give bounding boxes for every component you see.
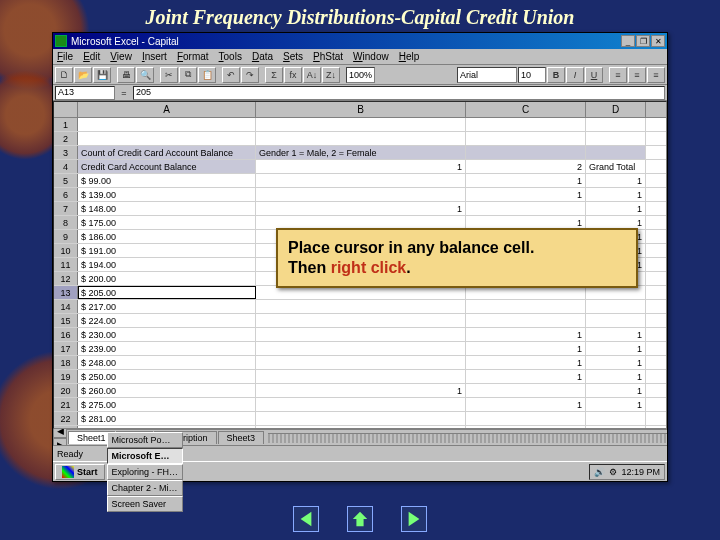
- cell[interactable]: 1: [256, 384, 466, 397]
- col-header-d[interactable]: D: [586, 102, 646, 117]
- cell[interactable]: [586, 132, 646, 145]
- row-header[interactable]: 17: [54, 342, 78, 355]
- new-button[interactable]: 🗋: [55, 67, 73, 83]
- bold-button[interactable]: B: [547, 67, 565, 83]
- row-header[interactable]: 9: [54, 230, 78, 243]
- cell[interactable]: 1: [586, 174, 646, 187]
- cell[interactable]: [256, 118, 466, 131]
- underline-button[interactable]: U: [585, 67, 603, 83]
- cell[interactable]: $ 275.00: [78, 398, 256, 411]
- cut-button[interactable]: ✂: [160, 67, 178, 83]
- cell[interactable]: $ 205.00: [78, 286, 256, 299]
- menu-window[interactable]: Window: [353, 51, 389, 62]
- cell[interactable]: [256, 314, 466, 327]
- cell[interactable]: Count of Credit Card Account Balance: [78, 146, 256, 159]
- row-3[interactable]: 3Count of Credit Card Account BalanceGen…: [54, 146, 666, 160]
- italic-button[interactable]: I: [566, 67, 584, 83]
- tray-icon[interactable]: ⚙: [609, 467, 617, 477]
- row-header[interactable]: 21: [54, 398, 78, 411]
- row-header[interactable]: 1: [54, 118, 78, 131]
- row-17[interactable]: 17$ 239.0011: [54, 342, 666, 356]
- cell[interactable]: 1: [466, 356, 586, 369]
- taskbar-item[interactable]: Chapter 2 - Mi…: [107, 480, 184, 496]
- row-header[interactable]: 10: [54, 244, 78, 257]
- cell[interactable]: 1: [466, 398, 586, 411]
- function-button[interactable]: fx: [284, 67, 302, 83]
- cell[interactable]: [466, 384, 586, 397]
- start-button[interactable]: Start: [55, 464, 105, 480]
- system-tray[interactable]: 🔊 ⚙ 12:19 PM: [589, 464, 665, 480]
- cell[interactable]: 1: [586, 328, 646, 341]
- row-header[interactable]: 16: [54, 328, 78, 341]
- cell[interactable]: [78, 118, 256, 131]
- menu-data[interactable]: Data: [252, 51, 273, 62]
- cell[interactable]: 1: [586, 188, 646, 201]
- save-button[interactable]: 💾: [93, 67, 111, 83]
- close-button[interactable]: ✕: [651, 35, 665, 47]
- row-15[interactable]: 15$ 224.00: [54, 314, 666, 328]
- cell[interactable]: $ 191.00: [78, 244, 256, 257]
- row-20[interactable]: 20$ 260.0011: [54, 384, 666, 398]
- print-button[interactable]: 🖶: [117, 67, 135, 83]
- minimize-button[interactable]: _: [621, 35, 635, 47]
- cell[interactable]: [586, 412, 646, 425]
- menu-insert[interactable]: Insert: [142, 51, 167, 62]
- menu-edit[interactable]: Edit: [83, 51, 100, 62]
- cell[interactable]: [466, 314, 586, 327]
- cell[interactable]: $ 186.00: [78, 230, 256, 243]
- cell[interactable]: [256, 356, 466, 369]
- prev-slide-button[interactable]: [293, 506, 319, 532]
- taskbar-item[interactable]: Microsoft Po…: [107, 432, 184, 448]
- cell[interactable]: 1: [466, 174, 586, 187]
- font-name-select[interactable]: Arial: [457, 67, 517, 83]
- col-header-a[interactable]: A: [78, 102, 256, 117]
- cell[interactable]: [256, 174, 466, 187]
- cell[interactable]: [466, 202, 586, 215]
- zoom-select[interactable]: 100%: [346, 67, 375, 83]
- cell[interactable]: 1: [586, 384, 646, 397]
- cell[interactable]: [586, 118, 646, 131]
- cell[interactable]: [466, 118, 586, 131]
- redo-button[interactable]: ↷: [241, 67, 259, 83]
- cell[interactable]: 1: [586, 398, 646, 411]
- row-header[interactable]: 8: [54, 216, 78, 229]
- row-7[interactable]: 7$ 148.0011: [54, 202, 666, 216]
- font-size-select[interactable]: 10: [518, 67, 546, 83]
- cell[interactable]: [256, 398, 466, 411]
- autosum-button[interactable]: Σ: [265, 67, 283, 83]
- align-center-button[interactable]: ≡: [628, 67, 646, 83]
- row-header[interactable]: 12: [54, 272, 78, 285]
- cell[interactable]: $ 248.00: [78, 356, 256, 369]
- cell[interactable]: 1: [466, 342, 586, 355]
- next-slide-button[interactable]: [401, 506, 427, 532]
- row-18[interactable]: 18$ 248.0011: [54, 356, 666, 370]
- menu-phstat[interactable]: PhStat: [313, 51, 343, 62]
- cell[interactable]: [256, 412, 466, 425]
- cell[interactable]: [586, 300, 646, 313]
- home-slide-button[interactable]: [347, 506, 373, 532]
- cell[interactable]: [466, 132, 586, 145]
- row-6[interactable]: 6$ 139.0011: [54, 188, 666, 202]
- cell[interactable]: [466, 300, 586, 313]
- cell[interactable]: [466, 412, 586, 425]
- row-header[interactable]: 4: [54, 160, 78, 173]
- cell[interactable]: Credit Card Account Balance: [78, 160, 256, 173]
- row-14[interactable]: 14$ 217.00: [54, 300, 666, 314]
- select-all-corner[interactable]: [54, 102, 78, 117]
- paste-button[interactable]: 📋: [198, 67, 216, 83]
- cell[interactable]: 2: [466, 160, 586, 173]
- cell[interactable]: 1: [586, 370, 646, 383]
- menu-format[interactable]: Format: [177, 51, 209, 62]
- row-16[interactable]: 16$ 230.0011: [54, 328, 666, 342]
- undo-button[interactable]: ↶: [222, 67, 240, 83]
- cell[interactable]: [256, 188, 466, 201]
- cell[interactable]: 1: [466, 370, 586, 383]
- align-left-button[interactable]: ≡: [609, 67, 627, 83]
- cell[interactable]: $ 175.00: [78, 216, 256, 229]
- cell[interactable]: $ 139.00: [78, 188, 256, 201]
- cell[interactable]: Grand Total: [586, 160, 646, 173]
- cell[interactable]: [466, 146, 586, 159]
- col-header-b[interactable]: B: [256, 102, 466, 117]
- row-header[interactable]: 18: [54, 356, 78, 369]
- row-19[interactable]: 19$ 250.0011: [54, 370, 666, 384]
